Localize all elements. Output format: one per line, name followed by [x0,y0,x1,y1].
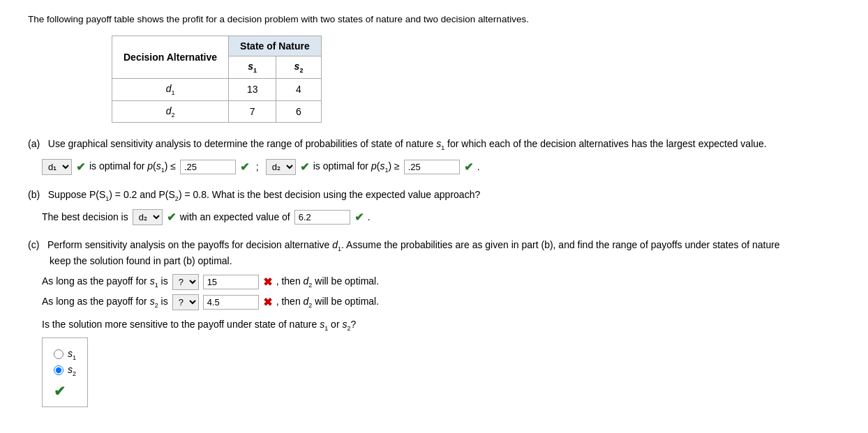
row2-s2: 6 [276,100,321,123]
table-row: d1 13 4 [112,78,322,100]
part-b-input[interactable] [294,210,350,225]
col1-header: s1 [229,56,276,79]
part-a-check1: ✔ [76,160,85,174]
part-c-question: Perform sensitivity analysis on the payo… [28,239,780,266]
row2-s1: 7 [229,100,276,123]
part-c-line1-dropdown[interactable]: ? ≤ ≥ < > [172,274,199,290]
radio-row-s1: s1 [54,348,76,361]
row1-s2: 4 [276,78,321,100]
part-a-dropdown2[interactable]: d₁ d₂ [266,159,296,175]
part-a-separator: ; [253,161,262,172]
section-b-label: (b) Suppose P(S1) = 0.2 and P(S2) = 0.8.… [28,188,840,204]
section-a: (a) Use graphical sensitivity analysis t… [28,137,840,174]
part-b-label: (b) [28,189,45,200]
section-c-label: (c) Perform sensitivity analysis on the … [28,238,840,268]
part-a-input2[interactable] [404,160,460,174]
intro-text: The following payoff table shows the pro… [28,14,840,24]
radio-group: s1 s2 ✔ [42,337,88,407]
part-b-period: . [368,211,371,222]
section-a-label: (a) Use graphical sensitivity analysis t… [28,137,840,153]
radio-check-wrapper: ✔ [54,383,76,400]
part-a-period: . [477,161,480,172]
payoff-table: Decision Alternative State of Nature s1 … [112,36,322,123]
radio-s1[interactable] [54,349,63,359]
row1-label: d1 [112,78,229,100]
payoff-table-wrapper: Decision Alternative State of Nature s1 … [112,36,840,123]
part-c-line2-text2: , then d2 will be optimal. [276,296,379,309]
part-c-line2-text1: As long as the payoff for s2 is [42,296,168,309]
row1-s1: 13 [229,78,276,100]
part-a-question: Use graphical sensitivity analysis to de… [48,138,767,149]
section-c: (c) Perform sensitivity analysis on the … [28,238,840,407]
part-b-question: Suppose P(S1) = 0.2 and P(S2) = 0.8. Wha… [48,189,480,200]
col2-header: s2 [276,56,321,79]
sensitivity-question-text: Is the solution more sensitive to the pa… [42,319,356,330]
radio-s2[interactable] [54,365,63,375]
part-c-line1-text1: As long as the payoff for s1 is [42,275,168,289]
part-c-line1-text2: , then d2 will be optimal. [276,275,379,289]
part-a-text2: is optimal for p(s1) ≥ [313,160,400,174]
part-c-line1-input[interactable] [203,275,259,289]
part-a-input1[interactable] [180,160,236,174]
part-a-check4: ✔ [464,160,473,174]
radio-row-s2: s2 [54,364,76,377]
part-b-dropdown[interactable]: d₁ d₂ [133,209,163,225]
part-c-line1-cross: ✖ [263,275,272,289]
radio-s1-label: s1 [68,348,76,361]
part-c-line2-cross: ✖ [263,296,272,309]
part-c-sensitivity-question: Is the solution more sensitive to the pa… [42,319,840,332]
part-c-line2-input[interactable] [203,295,259,310]
decision-alternative-header: Decision Alternative [112,36,229,79]
part-c-label: (c) [28,239,45,250]
part-b-text1: The best decision is [42,211,128,222]
part-b-check1: ✔ [167,211,176,224]
part-c-line2-dropdown[interactable]: ? ≤ ≥ < > [172,294,199,310]
part-c-line2: As long as the payoff for s2 is ? ≤ ≥ < … [42,294,840,310]
part-b-check2: ✔ [354,211,364,224]
table-row: d2 7 6 [112,100,322,123]
part-a-dropdown1[interactable]: d₁ d₂ [42,159,72,175]
state-of-nature-header: State of Nature [229,36,322,56]
part-a-row: d₁ d₂ ✔ is optimal for p(s1) ≤ ✔ ; d₁ d₂… [42,159,840,175]
radio-s2-label: s2 [68,364,76,377]
section-b: (b) Suppose P(S1) = 0.2 and P(S2) = 0.8.… [28,188,840,225]
part-b-text2: with an expected value of [180,211,290,222]
part-a-label: (a) [28,138,45,149]
radio-check-green: ✔ [54,383,66,399]
part-a-check2: ✔ [240,160,249,174]
part-c-line1: As long as the payoff for s1 is ? ≤ ≥ < … [42,274,840,290]
part-a-check3: ✔ [300,160,309,174]
row2-label: d2 [112,100,229,123]
part-b-row: The best decision is d₁ d₂ ✔ with an exp… [42,209,840,225]
part-a-text1: is optimal for p(s1) ≤ [89,160,176,174]
